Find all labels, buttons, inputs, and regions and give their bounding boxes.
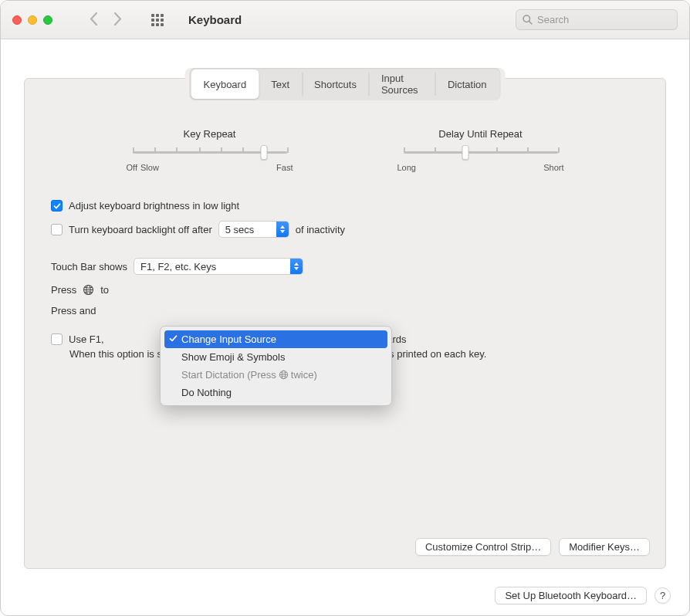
menu-item-show-emoji[interactable]: Show Emoji & Symbols [164, 348, 387, 366]
forward-button[interactable] [113, 12, 122, 28]
tab-bar: Keyboard Text Shortcuts Input Sources Di… [190, 68, 501, 100]
show-all-icon[interactable] [151, 14, 164, 26]
row-touch-bar: Touch Bar shows F1, F2, etc. Keys [51, 253, 639, 279]
sliders: Key Repeat Off Slow Fast Delay Until Rep… [74, 128, 616, 172]
tab-input-sources[interactable]: Input Sources [369, 69, 435, 99]
panel-buttons: Customize Control Strip… Modifier Keys… [415, 538, 650, 556]
back-button[interactable] [90, 12, 98, 28]
search-placeholder: Search [537, 14, 569, 25]
window-title: Keyboard [188, 13, 242, 26]
row-press-globe: Press to [51, 279, 639, 300]
help-button[interactable]: ? [654, 587, 671, 604]
press-globe-menu: Change Input Source Show Emoji & Symbols… [160, 326, 392, 406]
delay-slider: Delay Until Repeat Long Short [396, 128, 566, 172]
close-button[interactable] [12, 15, 22, 25]
setup-bluetooth-keyboard-button[interactable]: Set Up Bluetooth Keyboard… [495, 587, 647, 604]
label-touch-bar: Touch Bar shows [51, 261, 127, 272]
customize-control-strip-button[interactable]: Customize Control Strip… [415, 538, 551, 556]
row-adjust-brightness: Adjust keyboard brightness in low light [51, 195, 639, 216]
search-field[interactable]: Search [516, 9, 678, 30]
label-use-fkeys: Use F1, [69, 333, 104, 345]
stepper-icon [276, 222, 289, 237]
delay-scale: Long Short [396, 163, 566, 172]
zoom-button[interactable] [43, 15, 52, 25]
minimize-button[interactable] [28, 15, 37, 25]
delay-label: Delay Until Repeat [396, 128, 566, 140]
checkbox-adjust-brightness[interactable] [51, 200, 63, 212]
row-backlight-off: Turn keyboard backlight off after 5 secs… [51, 216, 639, 242]
footer: Set Up Bluetooth Keyboard… ? [495, 587, 671, 604]
menu-item-start-dictation[interactable]: Start Dictation (Press twice) [164, 366, 387, 384]
checkbox-use-fkeys[interactable] [51, 333, 63, 345]
label-adjust-brightness: Adjust keyboard brightness in low light [69, 200, 239, 212]
label-to: to [100, 284, 109, 296]
tab-dictation[interactable]: Dictation [435, 69, 499, 99]
search-icon [523, 15, 533, 25]
label-press: Press [51, 284, 76, 296]
popup-backlight-time[interactable]: 5 secs [218, 221, 289, 238]
check-icon [169, 333, 178, 345]
titlebar: Keyboard Search [1, 1, 689, 39]
label-backlight-off-pre: Turn keyboard backlight off after [69, 224, 212, 235]
delay-thumb[interactable] [462, 145, 468, 160]
delay-track[interactable] [404, 144, 558, 160]
stepper-icon [290, 259, 303, 274]
label-press-and: Press and [51, 305, 96, 316]
tab-keyboard[interactable]: Keyboard [191, 69, 259, 99]
key-repeat-label: Key Repeat [125, 128, 295, 140]
modifier-keys-button[interactable]: Modifier Keys… [559, 538, 650, 556]
menu-item-do-nothing[interactable]: Do Nothing [164, 384, 387, 401]
key-repeat-scale: Off Slow Fast [125, 163, 295, 172]
tab-text[interactable]: Text [259, 69, 302, 99]
label-backlight-off-post: of inactivity [296, 224, 345, 235]
checkbox-backlight-off[interactable] [51, 224, 63, 235]
menu-item-change-input-source[interactable]: Change Input Source [164, 330, 387, 348]
nav-arrows [90, 12, 122, 28]
row-press-and: Press and [51, 300, 639, 321]
window-controls [12, 15, 52, 25]
popup-touch-bar[interactable]: F1, F2, etc. Keys [134, 258, 303, 275]
tab-shortcuts[interactable]: Shortcuts [302, 69, 369, 99]
key-repeat-slider: Key Repeat Off Slow Fast [125, 128, 295, 172]
globe-icon [83, 284, 94, 296]
globe-icon [279, 370, 289, 380]
key-repeat-track[interactable] [133, 144, 287, 160]
key-repeat-thumb[interactable] [260, 145, 267, 160]
content-panel: Keyboard Text Shortcuts Input Sources Di… [24, 78, 666, 569]
tabs-wrap: Keyboard Text Shortcuts Input Sources Di… [185, 68, 506, 100]
svg-line-1 [529, 22, 533, 25]
